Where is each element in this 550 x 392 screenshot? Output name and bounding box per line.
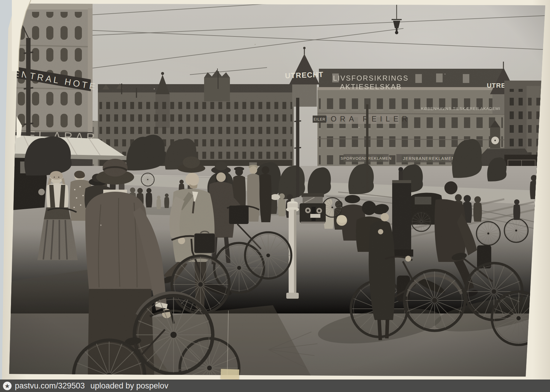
watermark-uploader: uploaded by pospelov bbox=[90, 381, 169, 391]
watermark-site: pastvu.com/329503 bbox=[15, 381, 85, 391]
tape-fragment bbox=[220, 369, 239, 380]
photo-scene: ENTRAL HOTEL EL ARARY bbox=[0, 0, 550, 392]
watermark-bar: ★ pastvu.com/329503 uploaded by pospelov bbox=[0, 380, 550, 392]
star-circle-icon: ★ bbox=[3, 382, 12, 390]
photograph: ENTRAL HOTEL EL ARARY bbox=[0, 0, 550, 392]
scanned-photo-page: ENTRAL HOTEL EL ARARY bbox=[0, 0, 550, 392]
film-grain bbox=[0, 0, 550, 392]
star-glyph: ★ bbox=[4, 383, 10, 389]
